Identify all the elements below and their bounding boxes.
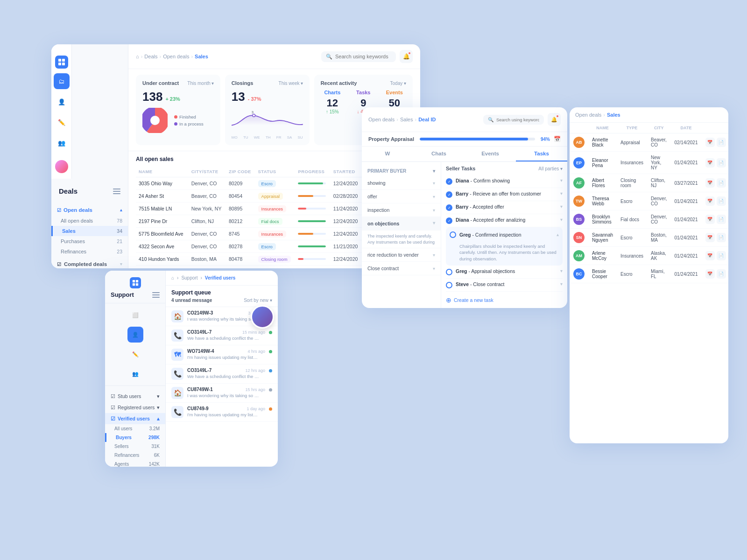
- tab-events[interactable]: Events: [465, 147, 516, 161]
- action-doc[interactable]: 📄: [717, 233, 726, 242]
- task-checkbox[interactable]: [446, 204, 452, 211]
- task-checkbox[interactable]: [446, 217, 452, 224]
- breadcrumb-sales[interactable]: Sales: [195, 54, 208, 59]
- rp-table-row[interactable]: AF Albert Flores Closing room Clifton, N…: [570, 174, 728, 192]
- rp-table-row[interactable]: SN Savannah Nguyen Escro Boston, MA 01/2…: [570, 229, 728, 247]
- support-logo[interactable]: [130, 277, 141, 288]
- detail-search-input[interactable]: [496, 117, 539, 122]
- open-deals-header[interactable]: ☑ Open deals ▴: [51, 204, 128, 216]
- all-parties-button[interactable]: All parties ▾: [538, 166, 563, 171]
- stage-offer[interactable]: offer ▾: [362, 190, 441, 203]
- nav-contact-icon[interactable]: 👥: [54, 135, 70, 151]
- queue-item[interactable]: 🗺 WO7149W-4 4 hrs ago I'm having issues …: [166, 345, 278, 364]
- task-checkbox[interactable]: [446, 178, 452, 185]
- rp-table-row[interactable]: TW Theresa Webb Escro Denver, CO 01/24/2…: [570, 192, 728, 210]
- stage-showing[interactable]: showing ▾: [362, 176, 441, 190]
- stage-objections[interactable]: on objections ▴: [362, 217, 441, 231]
- tab-tasks[interactable]: Tasks: [516, 147, 567, 161]
- support-menu-toggle[interactable]: [152, 292, 160, 298]
- menu-sales[interactable]: Sales 34: [51, 226, 128, 236]
- queue-item[interactable]: 📞 CO3149L-7 12 hrs ago We have a schedul…: [166, 364, 278, 384]
- sales-crumb2[interactable]: Sales: [607, 112, 620, 118]
- stage-inspection[interactable]: inspection ▾: [362, 203, 441, 217]
- app-logo[interactable]: [55, 56, 68, 69]
- stub-users-item[interactable]: ☑Stub users ▾: [105, 391, 165, 402]
- action-doc[interactable]: 📄: [717, 138, 726, 147]
- support-nav-icon2[interactable]: 👤: [127, 327, 143, 343]
- action-doc[interactable]: 📄: [717, 178, 726, 188]
- open-deals-crumb2[interactable]: Open deals: [575, 112, 601, 118]
- verified-users-item[interactable]: ☑Verified users ▴: [105, 413, 165, 424]
- agents-sub[interactable]: Agents 142K: [105, 460, 165, 467]
- task-item[interactable]: Diana - Confirm showing ▾: [446, 175, 563, 188]
- task-item[interactable]: Steve - Close contract ▾: [446, 279, 563, 292]
- action-close[interactable]: ✕: [728, 251, 729, 260]
- closings-period[interactable]: This week ▾: [279, 81, 303, 86]
- verified-crumb[interactable]: Verified users: [205, 275, 236, 280]
- rp-table-row[interactable]: AB Annette Black Appraisal Beaver, CO 02…: [570, 133, 728, 152]
- action-close[interactable]: ✕: [728, 178, 729, 188]
- registered-users-item[interactable]: ☑Registered users ▾: [105, 402, 165, 413]
- completed-deals-header[interactable]: ☑ Completed deals ▾: [51, 259, 128, 268]
- action-close[interactable]: ✕: [728, 269, 729, 279]
- queue-sort-button[interactable]: Sort by new ▾: [244, 298, 272, 303]
- action-calendar[interactable]: 📅: [705, 196, 715, 206]
- sales-crumb[interactable]: Sales: [400, 117, 413, 122]
- menu-refinances[interactable]: Refinances 23: [51, 246, 128, 257]
- detail-notification-button[interactable]: 🔔: [548, 113, 561, 126]
- queue-item[interactable]: 📞 CU8749-9 1 day ago I'm having issues u…: [166, 403, 278, 422]
- task-item[interactable]: Greg - Confirmed inspection ▴ Chairpilla…: [446, 227, 563, 266]
- buyer-label[interactable]: Primary buyer ▾: [362, 166, 441, 176]
- support-nav-icon4[interactable]: 👥: [127, 366, 143, 382]
- under-contract-period[interactable]: This month ▾: [187, 81, 213, 86]
- create-task-button[interactable]: ⊕ Create a new task: [446, 296, 563, 304]
- nav-edit-icon[interactable]: ✏️: [54, 114, 70, 130]
- refinancers-sub[interactable]: Refinancers 6K: [105, 451, 165, 460]
- calendar-icon[interactable]: 📅: [554, 136, 561, 142]
- action-calendar[interactable]: 📅: [705, 269, 715, 279]
- action-doc[interactable]: 📄: [717, 251, 726, 260]
- sellers-sub[interactable]: Sellers 31K: [105, 442, 165, 451]
- tab-w[interactable]: W: [362, 147, 413, 161]
- task-checkbox[interactable]: [446, 191, 452, 198]
- nav-deals-icon[interactable]: 🗂: [54, 73, 70, 89]
- stage-close-contract[interactable]: Close contract ▾: [362, 262, 441, 275]
- action-close[interactable]: ✕: [728, 196, 729, 206]
- rp-table-row[interactable]: EP Eleanor Pena Insurances New York, NY …: [570, 152, 728, 174]
- action-calendar[interactable]: 📅: [705, 215, 715, 224]
- buyers-sub[interactable]: Buyers 298K: [105, 433, 165, 442]
- task-item[interactable]: Barry - Recieve an offer from customer ▾: [446, 188, 563, 201]
- action-close[interactable]: ✕: [728, 233, 729, 242]
- rp-table-row[interactable]: BS Brooklyn Simmons Fial docs Denver, CO…: [570, 210, 728, 229]
- breadcrumb-open-deals[interactable]: Open deals: [163, 54, 189, 59]
- recent-activity-period[interactable]: Today ▾: [390, 81, 406, 86]
- support-crumb[interactable]: Support: [181, 275, 197, 280]
- tab-chats[interactable]: Chats: [413, 147, 465, 161]
- menu-all-open-deals[interactable]: All open deals 78: [51, 216, 128, 226]
- notification-button[interactable]: 🔔: [400, 50, 413, 63]
- menu-toggle[interactable]: [113, 189, 120, 194]
- search-input[interactable]: [335, 54, 391, 59]
- menu-purchases[interactable]: Purchases 21: [51, 236, 128, 246]
- action-doc[interactable]: 📄: [717, 196, 726, 206]
- task-item[interactable]: Barry - Accepted offer ▾: [446, 201, 563, 214]
- task-checkbox[interactable]: [446, 282, 452, 288]
- action-doc[interactable]: 📄: [717, 215, 726, 224]
- task-item[interactable]: Diana - Accepted offer analizing ▾: [446, 214, 563, 227]
- action-doc[interactable]: 📄: [717, 269, 726, 279]
- support-nav-icon3[interactable]: ✏️: [127, 346, 143, 362]
- breadcrumb-deals[interactable]: Deals: [144, 54, 157, 59]
- action-calendar[interactable]: 📅: [705, 138, 715, 147]
- task-item[interactable]: Greg - Appraisal objections ▾: [446, 266, 563, 279]
- support-nav-icon1[interactable]: ⬜: [127, 307, 143, 323]
- action-close[interactable]: ✕: [728, 138, 729, 147]
- action-close[interactable]: ✕: [728, 215, 729, 224]
- task-checkbox[interactable]: [450, 231, 456, 238]
- user-avatar[interactable]: [55, 160, 68, 173]
- rp-table-row[interactable]: AM Arlene McCoy Insurances Alaska, AK 01…: [570, 247, 728, 265]
- stage-price-reduction[interactable]: rice reduction to vender ▾: [362, 248, 441, 262]
- open-deals-crumb[interactable]: Open deals: [368, 117, 395, 122]
- deal-id-crumb[interactable]: Deal ID: [418, 117, 436, 122]
- action-calendar[interactable]: 📅: [705, 233, 715, 242]
- queue-item[interactable]: 📞 CO3149L-7 15 mins ago We have a schedu…: [166, 326, 278, 345]
